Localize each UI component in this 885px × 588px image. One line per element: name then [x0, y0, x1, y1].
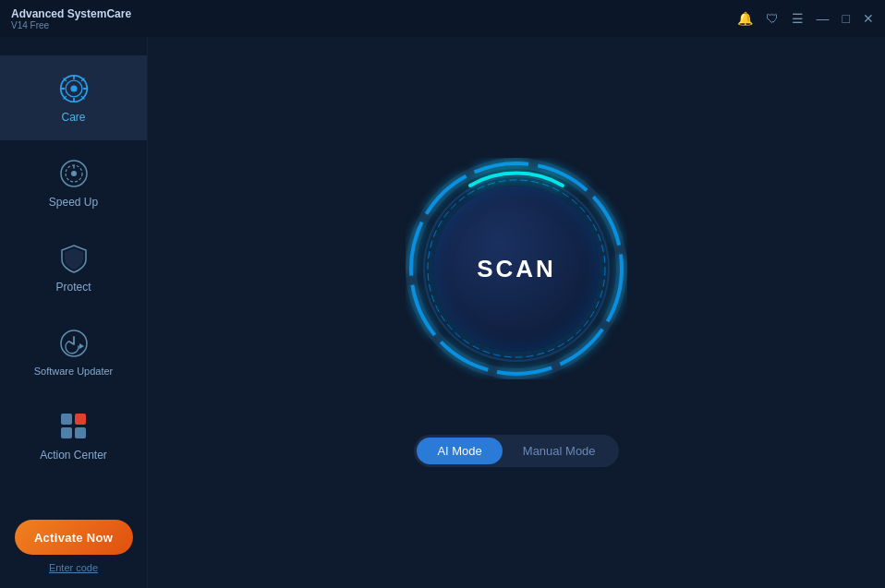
- scan-container: SCAN: [406, 158, 627, 379]
- main-layout: Care Speed Up Protect: [0, 37, 885, 588]
- main-content: SCAN AI Mode Manual Mode: [148, 37, 885, 588]
- activate-now-button[interactable]: Activate Now: [15, 520, 133, 555]
- software-updater-icon: [57, 327, 91, 360]
- bell-icon[interactable]: 🔔: [737, 11, 753, 26]
- sidebar-item-software-updater[interactable]: Software Updater: [0, 310, 147, 393]
- enter-code-link[interactable]: Enter code: [49, 562, 98, 573]
- software-updater-label: Software Updater: [34, 366, 114, 377]
- window-controls: 🔔 🛡 ☰ — □ ✕: [737, 11, 874, 26]
- minimize-button[interactable]: —: [817, 12, 830, 25]
- action-center-label: Action Center: [40, 449, 107, 462]
- sidebar-item-speed-up[interactable]: Speed Up: [0, 140, 147, 225]
- app-version: V14 Free: [11, 20, 131, 30]
- sidebar: Care Speed Up Protect: [0, 37, 148, 588]
- svg-point-13: [71, 171, 77, 176]
- close-button[interactable]: ✕: [863, 12, 874, 25]
- care-icon: [57, 72, 91, 105]
- app-name: Advanced SystemCare: [11, 7, 131, 20]
- app-info: Advanced SystemCare V14 Free: [11, 7, 131, 30]
- speed-up-icon: [57, 157, 91, 190]
- svg-point-2: [70, 85, 77, 91]
- sidebar-item-protect[interactable]: Protect: [0, 225, 147, 310]
- svg-marker-16: [79, 343, 84, 349]
- manual-mode-button[interactable]: Manual Mode: [503, 438, 616, 464]
- ai-mode-button[interactable]: AI Mode: [417, 438, 502, 464]
- protect-icon: [57, 242, 91, 275]
- scan-label: SCAN: [477, 255, 556, 283]
- maximize-button[interactable]: □: [843, 12, 850, 25]
- titlebar: Advanced SystemCare V14 Free 🔔 🛡 ☰ — □ ✕: [0, 0, 885, 37]
- shield-badge-icon[interactable]: 🛡: [766, 11, 779, 26]
- menu-icon[interactable]: ☰: [792, 11, 804, 26]
- sidebar-item-action-center[interactable]: Action Center: [0, 393, 147, 478]
- scan-button[interactable]: SCAN: [433, 186, 600, 352]
- protect-label: Protect: [55, 281, 91, 294]
- action-center-icon: [57, 410, 91, 443]
- sidebar-bottom: Activate Now Enter code: [0, 505, 147, 588]
- mode-toggle: AI Mode Manual Mode: [414, 435, 618, 467]
- care-label: Care: [61, 111, 85, 124]
- sidebar-item-care[interactable]: Care: [0, 55, 147, 140]
- speed-up-label: Speed Up: [49, 196, 98, 209]
